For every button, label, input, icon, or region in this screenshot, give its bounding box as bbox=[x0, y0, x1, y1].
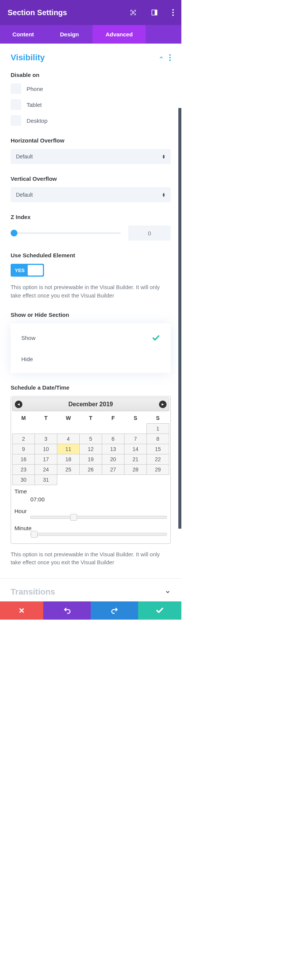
calendar-day[interactable]: 11 bbox=[57, 444, 80, 454]
section-transitions[interactable]: Transitions bbox=[0, 578, 181, 601]
calendar-dow: T bbox=[80, 413, 102, 424]
tab-design[interactable]: Design bbox=[46, 25, 93, 44]
calendar-day[interactable]: 10 bbox=[35, 444, 57, 454]
calendar-dow: F bbox=[102, 413, 125, 424]
hour-slider[interactable] bbox=[30, 516, 167, 519]
calendar-day[interactable]: 5 bbox=[80, 434, 102, 444]
label-h-overflow: Horizontal Overflow bbox=[11, 137, 171, 144]
calendar-day[interactable]: 13 bbox=[102, 444, 125, 454]
calendar-day[interactable]: 23 bbox=[13, 464, 35, 474]
calendar-dow: S bbox=[147, 413, 169, 424]
tab-advanced[interactable]: Advanced bbox=[93, 25, 146, 44]
svg-rect-0 bbox=[133, 12, 134, 14]
option-show[interactable]: Show bbox=[11, 327, 171, 349]
calendar-day[interactable]: 3 bbox=[35, 434, 57, 444]
calendar-month: December 2019 bbox=[22, 401, 159, 408]
section-more-icon[interactable] bbox=[169, 54, 171, 61]
calendar-day[interactable]: 29 bbox=[147, 464, 169, 474]
calendar-day[interactable]: 17 bbox=[35, 454, 57, 464]
section-visibility-title[interactable]: Visibility bbox=[11, 52, 158, 62]
calendar-day[interactable]: 30 bbox=[13, 474, 35, 485]
minute-slider[interactable] bbox=[30, 533, 167, 536]
calendar-next-icon[interactable]: ► bbox=[159, 401, 166, 408]
calendar-prev-icon[interactable]: ◄ bbox=[15, 401, 22, 408]
calendar-day[interactable]: 20 bbox=[102, 454, 125, 464]
checkbox-tablet[interactable] bbox=[11, 99, 21, 110]
checkbox-desktop[interactable] bbox=[11, 115, 21, 126]
calendar-day[interactable]: 2 bbox=[13, 434, 35, 444]
chevron-down-icon bbox=[165, 589, 171, 595]
calendar-day[interactable]: 14 bbox=[125, 444, 147, 454]
calendar-day[interactable]: 9 bbox=[13, 444, 35, 454]
calendar-grid: MTWTFSS 12345678910111213141516171819202… bbox=[12, 413, 169, 485]
checkbox-tablet-label: Tablet bbox=[27, 102, 42, 108]
option-show-label: Show bbox=[21, 335, 152, 341]
z-index-input[interactable] bbox=[128, 226, 171, 241]
calendar-day[interactable]: 7 bbox=[125, 434, 147, 444]
label-show-hide: Show or Hide Section bbox=[11, 312, 171, 318]
calendar-day[interactable]: 28 bbox=[125, 464, 147, 474]
select-v-overflow-value: Default bbox=[16, 192, 162, 198]
calendar-day[interactable]: 26 bbox=[80, 464, 102, 474]
calendar-day[interactable]: 12 bbox=[80, 444, 102, 454]
redo-button[interactable] bbox=[91, 601, 138, 620]
z-index-slider-thumb[interactable] bbox=[11, 230, 18, 237]
calendar-day[interactable]: 1 bbox=[147, 423, 169, 434]
scrollbar[interactable] bbox=[178, 108, 181, 529]
calendar-day[interactable]: 15 bbox=[147, 444, 169, 454]
calendar-day[interactable]: 31 bbox=[35, 474, 57, 485]
minute-label: Minute bbox=[12, 522, 169, 532]
schedule-note: This option is not previewable in the Vi… bbox=[11, 550, 171, 567]
undo-button[interactable] bbox=[43, 601, 91, 620]
calendar-day[interactable]: 24 bbox=[35, 464, 57, 474]
minute-slider-thumb[interactable] bbox=[31, 531, 38, 538]
hour-label: Hour bbox=[12, 505, 169, 515]
check-icon bbox=[152, 334, 160, 342]
close-button[interactable] bbox=[0, 601, 43, 620]
label-z-index: Z Index bbox=[11, 214, 171, 220]
select-h-overflow[interactable]: Default ▲▼ bbox=[11, 149, 171, 164]
checkbox-desktop-label: Desktop bbox=[27, 118, 48, 124]
calendar-day[interactable]: 25 bbox=[57, 464, 80, 474]
calendar-day[interactable]: 27 bbox=[102, 464, 125, 474]
calendar-day[interactable]: 16 bbox=[13, 454, 35, 464]
sort-icon: ▲▼ bbox=[162, 154, 165, 159]
calendar-day[interactable]: 19 bbox=[80, 454, 102, 464]
time-label: Time bbox=[12, 485, 169, 495]
calendar-day[interactable]: 18 bbox=[57, 454, 80, 464]
show-hide-card: Show Hide bbox=[11, 323, 171, 373]
sort-icon: ▲▼ bbox=[162, 192, 165, 197]
z-index-slider[interactable] bbox=[11, 232, 121, 234]
toggle-use-scheduled[interactable]: YES bbox=[11, 264, 44, 277]
select-v-overflow[interactable]: Default ▲▼ bbox=[11, 187, 171, 202]
calendar-day[interactable]: 4 bbox=[57, 434, 80, 444]
select-h-overflow-value: Default bbox=[16, 153, 162, 159]
label-disable-on: Disable on bbox=[11, 72, 171, 78]
transitions-title: Transitions bbox=[11, 587, 165, 597]
checkbox-phone[interactable] bbox=[11, 83, 21, 94]
calendar-dow: W bbox=[57, 413, 80, 424]
option-hide-label: Hide bbox=[21, 356, 160, 362]
calendar-day[interactable]: 6 bbox=[102, 434, 125, 444]
panel-icon[interactable] bbox=[151, 9, 158, 16]
hour-slider-thumb[interactable] bbox=[70, 514, 77, 521]
label-schedule: Schedule a Date/Time bbox=[11, 384, 171, 391]
time-value: 07:00 bbox=[12, 495, 169, 505]
label-use-scheduled: Use Scheduled Element bbox=[11, 252, 171, 258]
option-hide[interactable]: Hide bbox=[11, 349, 171, 369]
calendar-dow: T bbox=[35, 413, 57, 424]
modal-title: Section Settings bbox=[8, 8, 130, 17]
collapse-icon[interactable] bbox=[158, 55, 164, 60]
expand-icon[interactable] bbox=[130, 9, 137, 16]
confirm-button[interactable] bbox=[138, 601, 181, 620]
svg-rect-2 bbox=[155, 10, 157, 15]
calendar-day[interactable]: 8 bbox=[147, 434, 169, 444]
close-icon bbox=[18, 607, 25, 614]
redo-icon bbox=[111, 607, 118, 614]
tab-content[interactable]: Content bbox=[0, 25, 46, 44]
header-more-icon[interactable] bbox=[172, 9, 174, 16]
modal-header: Section Settings bbox=[0, 0, 181, 25]
check-icon bbox=[155, 606, 164, 615]
calendar-day[interactable]: 21 bbox=[125, 454, 147, 464]
calendar-day[interactable]: 22 bbox=[147, 454, 169, 464]
